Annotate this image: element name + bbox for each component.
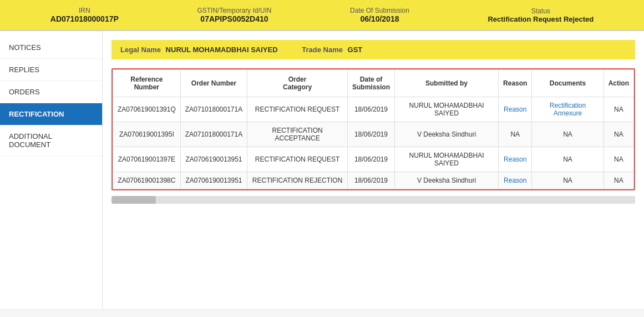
cell-ref-num: ZA070619001397E: [113, 147, 181, 172]
legal-name-label: Legal Name: [120, 46, 161, 54]
cell-reason[interactable]: Reason: [499, 147, 532, 172]
header-date: Date Of Submission 06/10/2018: [350, 7, 409, 23]
cell-reason-link[interactable]: Reason: [504, 105, 526, 113]
cell-documents: NA: [532, 147, 604, 172]
sidebar-item-replies[interactable]: REPLIES: [0, 59, 102, 81]
horizontal-scrollbar[interactable]: [111, 196, 635, 204]
scrollbar-thumb[interactable]: [111, 196, 156, 204]
trade-name-label: Trade Name: [302, 46, 343, 54]
header-irn: IRN AD071018000017P: [50, 7, 119, 23]
status-value: Rectification Request Rejected: [488, 15, 594, 23]
cell-action: NA: [604, 147, 633, 172]
col-date-submission: Date ofSubmission: [347, 70, 394, 97]
header: IRN AD071018000017P GSTIN/Temporary Id/U…: [0, 0, 644, 31]
cell-order-num: ZA071018000171A: [180, 122, 247, 147]
cell-action: NA: [604, 122, 633, 147]
cell-order-num: ZA0706190013951: [180, 147, 247, 172]
cell-date-sub: 18/06/2019: [347, 172, 394, 189]
cell-date-sub: 18/06/2019: [347, 147, 394, 172]
cell-submitted-by: V Deeksha Sindhuri: [394, 122, 498, 147]
irn-value: AD071018000017P: [50, 14, 119, 23]
sidebar-item-additional-document[interactable]: ADDITIONAL DOCUMENT: [0, 125, 102, 156]
col-order-number: Order Number: [180, 70, 247, 97]
sidebar: NOTICES REPLIES ORDERS RECTIFICATION ADD…: [0, 31, 103, 309]
status-label: Status: [488, 7, 594, 15]
cell-documents[interactable]: Rectification Annexure: [532, 97, 604, 122]
cell-submitted-by: NURUL MOHAMADBHAI SAIYED: [394, 147, 498, 172]
col-documents: Documents: [532, 70, 604, 97]
cell-order-num: ZA0706190013951: [180, 172, 247, 189]
date-label: Date Of Submission: [350, 7, 409, 14]
cell-submitted-by: V Deeksha Sindhuri: [394, 172, 498, 189]
table-row: ZA070619001391QZA071018000171ARECTIFICAT…: [113, 97, 634, 122]
cell-documents-link[interactable]: Rectification Annexure: [550, 102, 586, 117]
col-order-category: OrderCategory: [247, 70, 348, 97]
table-row: ZA070619001395IZA071018000171ARECTIFICAT…: [113, 122, 634, 147]
rectification-table: ReferenceNumber Order Number OrderCatego…: [113, 69, 634, 189]
cell-order-cat: RECTIFICATION REQUEST: [247, 147, 348, 172]
cell-ref-num: ZA070619001391Q: [113, 97, 181, 122]
cell-order-cat: RECTIFICATION REQUEST: [247, 97, 348, 122]
cell-date-sub: 18/06/2019: [347, 122, 394, 147]
col-ref-number: ReferenceNumber: [113, 70, 181, 97]
col-submitted-by: Submitted by: [394, 70, 498, 97]
cell-documents: NA: [532, 122, 604, 147]
cell-documents: NA: [532, 172, 604, 189]
legal-name-bar: Legal Name NURUL MOHAMADBHAI SAIYED Trad…: [111, 40, 635, 59]
trade-name-value: GST: [348, 46, 363, 54]
irn-label: IRN: [50, 7, 119, 14]
sidebar-item-rectification[interactable]: RECTIFICATION: [0, 103, 102, 125]
cell-reason-link[interactable]: Reason: [504, 155, 526, 163]
cell-reason-link[interactable]: Reason: [504, 177, 526, 184]
date-value: 06/10/2018: [350, 14, 409, 23]
table-row: ZA070619001398CZA0706190013951RECTIFICAT…: [113, 172, 634, 189]
header-status: Status Rectification Request Rejected: [488, 7, 594, 23]
gstin-value: 07APIPS0052D410: [197, 14, 271, 23]
cell-action: NA: [604, 172, 633, 189]
sidebar-item-orders[interactable]: ORDERS: [0, 81, 102, 103]
cell-reason: NA: [499, 122, 532, 147]
col-reason: Reason: [499, 70, 532, 97]
cell-reason[interactable]: Reason: [499, 172, 532, 189]
cell-ref-num: ZA070619001395I: [113, 122, 181, 147]
table-row: ZA070619001397EZA0706190013951RECTIFICAT…: [113, 147, 634, 172]
header-gstin: GSTIN/Temporary Id/UIN 07APIPS0052D410: [197, 7, 271, 23]
cell-date-sub: 18/06/2019: [347, 97, 394, 122]
main-container: NOTICES REPLIES ORDERS RECTIFICATION ADD…: [0, 31, 644, 309]
sidebar-item-notices[interactable]: NOTICES: [0, 37, 102, 59]
gstin-label: GSTIN/Temporary Id/UIN: [197, 7, 271, 14]
cell-action: NA: [604, 97, 633, 122]
cell-ref-num: ZA070619001398C: [113, 172, 181, 189]
legal-name-value: NURUL MOHAMADBHAI SAIYED: [166, 46, 278, 54]
cell-reason[interactable]: Reason: [499, 97, 532, 122]
table-header-row: ReferenceNumber Order Number OrderCatego…: [113, 70, 634, 97]
cell-submitted-by: NURUL MOHAMADBHAI SAIYED: [394, 97, 498, 122]
rectification-table-wrapper: ReferenceNumber Order Number OrderCatego…: [111, 68, 635, 190]
cell-order-cat: RECTIFICATION REJECTION: [247, 172, 348, 189]
cell-order-cat: RECTIFICATION ACCEPTANCE: [247, 122, 348, 147]
content-area: Legal Name NURUL MOHAMADBHAI SAIYED Trad…: [103, 31, 644, 309]
cell-order-num: ZA071018000171A: [180, 97, 247, 122]
col-action: Action: [604, 70, 633, 97]
